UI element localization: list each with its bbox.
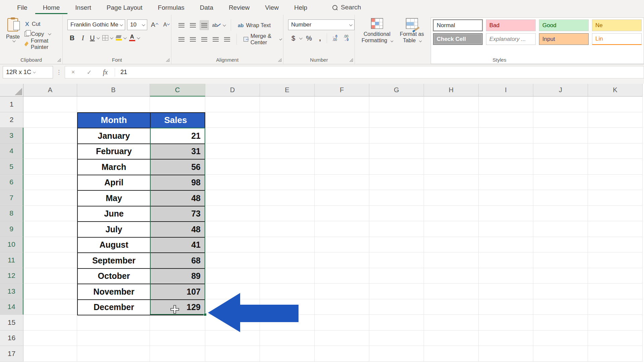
- cell-G13[interactable]: [369, 284, 424, 299]
- row-header-6[interactable]: 6: [0, 175, 23, 190]
- cell-H9[interactable]: [424, 221, 479, 237]
- cell-month-april[interactable]: April: [77, 175, 150, 191]
- cell-J5[interactable]: [533, 159, 588, 175]
- style-normal[interactable]: Normal: [433, 19, 483, 31]
- cell-E12[interactable]: [260, 268, 315, 284]
- row-header-13[interactable]: 13: [0, 284, 23, 299]
- underline-button[interactable]: U: [89, 33, 100, 43]
- cell-E17[interactable]: [260, 346, 315, 362]
- cell-K9[interactable]: [588, 221, 643, 237]
- cell-J12[interactable]: [533, 268, 588, 284]
- cell-I8[interactable]: [479, 206, 533, 222]
- row-header-16[interactable]: 16: [0, 330, 23, 346]
- cell-I3[interactable]: [479, 128, 533, 143]
- cell-B16[interactable]: [77, 330, 150, 346]
- cell-month-july[interactable]: July: [77, 222, 150, 238]
- cell-month-november[interactable]: November: [77, 284, 150, 300]
- cell-G7[interactable]: [369, 190, 424, 206]
- cell-B15[interactable]: [77, 315, 150, 330]
- column-header-D[interactable]: D: [205, 84, 260, 97]
- cell-H5[interactable]: [424, 159, 479, 175]
- cell-G10[interactable]: [369, 237, 424, 253]
- cell-F12[interactable]: [315, 268, 369, 284]
- align-center-button[interactable]: [188, 34, 198, 44]
- cell-G17[interactable]: [369, 346, 424, 362]
- cell-G6[interactable]: [369, 175, 424, 190]
- cell-H17[interactable]: [424, 346, 479, 362]
- cell-E4[interactable]: [260, 143, 315, 159]
- cell-K11[interactable]: [588, 252, 643, 268]
- cell-C17[interactable]: [150, 346, 205, 362]
- enter-icon[interactable]: ✓: [81, 69, 97, 76]
- cell-G11[interactable]: [369, 252, 424, 268]
- cell-sales-july[interactable]: 48: [150, 222, 205, 238]
- style-explanatory[interactable]: Explanatory ...: [486, 33, 536, 45]
- tab-page-layout[interactable]: Page Layout: [99, 1, 150, 14]
- cell-I12[interactable]: [479, 268, 533, 284]
- cell-I10[interactable]: [479, 237, 533, 253]
- style-neutral[interactable]: Ne: [592, 19, 642, 31]
- increase-indent-button[interactable]: [222, 34, 232, 44]
- cell-H13[interactable]: [424, 284, 479, 299]
- cell-K1[interactable]: [588, 97, 643, 112]
- cell-K15[interactable]: [588, 315, 643, 330]
- currency-button[interactable]: $: [288, 33, 303, 43]
- style-bad[interactable]: Bad: [486, 19, 536, 31]
- cell-A9[interactable]: [23, 221, 77, 237]
- cell-D7[interactable]: [205, 190, 260, 206]
- font-name-select[interactable]: Franklin Gothic Me: [67, 19, 125, 30]
- align-left-button[interactable]: [177, 34, 186, 44]
- cell-G12[interactable]: [369, 268, 424, 284]
- cell-D5[interactable]: [205, 159, 260, 175]
- cell-A11[interactable]: [23, 252, 77, 268]
- tab-home[interactable]: Home: [35, 1, 68, 14]
- cell-month-june[interactable]: June: [77, 206, 150, 222]
- cell-C1[interactable]: [150, 97, 205, 112]
- cell-A8[interactable]: [23, 206, 77, 222]
- cell-D12[interactable]: [205, 268, 260, 284]
- row-header-4[interactable]: 4: [0, 143, 23, 159]
- merge-center-button[interactable]: Merge & Center: [241, 34, 283, 44]
- cell-J1[interactable]: [533, 97, 588, 112]
- row-header-8[interactable]: 8: [0, 206, 23, 222]
- cell-A1[interactable]: [23, 97, 77, 112]
- cell-G1[interactable]: [369, 97, 424, 112]
- cell-F1[interactable]: [315, 97, 369, 112]
- cell-F3[interactable]: [315, 128, 369, 143]
- cell-I4[interactable]: [479, 143, 533, 159]
- style-check-cell[interactable]: Check Cell: [433, 33, 483, 45]
- cell-I9[interactable]: [479, 221, 533, 237]
- cell-I17[interactable]: [479, 346, 533, 362]
- increase-decimal-button[interactable]: ←0.00: [329, 33, 340, 43]
- cell-G4[interactable]: [369, 143, 424, 159]
- cell-G16[interactable]: [369, 330, 424, 346]
- row-header-2[interactable]: 2: [0, 112, 23, 128]
- cell-K13[interactable]: [588, 284, 643, 299]
- cell-I14[interactable]: [479, 299, 533, 315]
- column-header-C[interactable]: C: [150, 84, 205, 97]
- cell-H1[interactable]: [424, 97, 479, 112]
- style-input[interactable]: Input: [539, 33, 589, 45]
- tab-help[interactable]: Help: [286, 1, 315, 14]
- cell-A3[interactable]: [23, 128, 77, 143]
- cell-F6[interactable]: [315, 175, 369, 190]
- cell-D8[interactable]: [205, 206, 260, 222]
- tab-formulas[interactable]: Formulas: [150, 1, 192, 14]
- orientation-button[interactable]: ab: [211, 20, 226, 30]
- percent-button[interactable]: %: [303, 33, 315, 43]
- cell-J7[interactable]: [533, 190, 588, 206]
- cell-A17[interactable]: [23, 346, 77, 362]
- number-format-select[interactable]: Number: [288, 19, 355, 30]
- cell-E10[interactable]: [260, 237, 315, 253]
- cell-H2[interactable]: [424, 112, 479, 128]
- bold-button[interactable]: B: [67, 33, 77, 43]
- cell-F8[interactable]: [315, 206, 369, 222]
- cell-K5[interactable]: [588, 159, 643, 175]
- column-header-B[interactable]: B: [77, 84, 150, 97]
- cut-button[interactable]: Cut: [22, 19, 62, 29]
- cell-A2[interactable]: [23, 112, 77, 128]
- cell-A14[interactable]: [23, 299, 77, 315]
- cell-B17[interactable]: [77, 346, 150, 362]
- decrease-font-button[interactable]: A: [162, 21, 171, 28]
- italic-button[interactable]: I: [78, 33, 88, 43]
